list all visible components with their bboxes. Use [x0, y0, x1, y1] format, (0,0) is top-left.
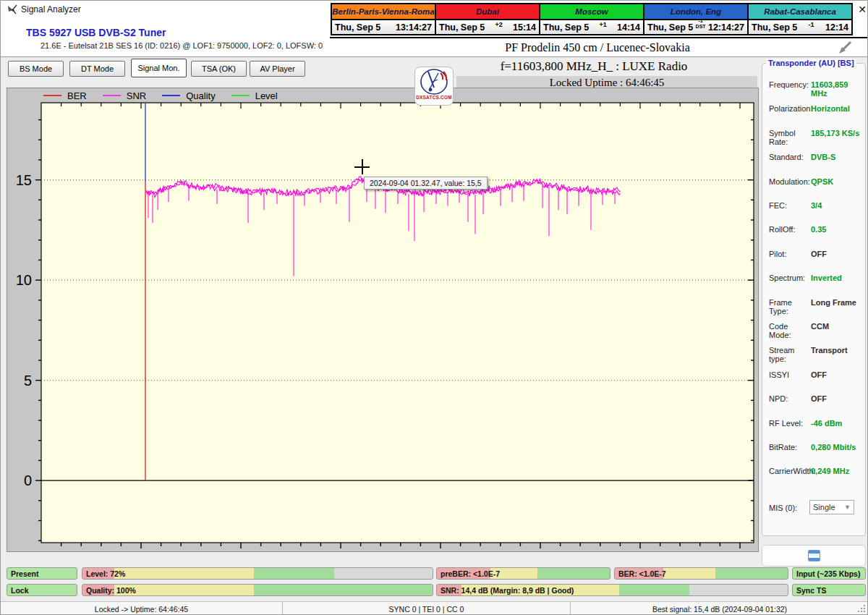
tab-tsa-ok[interactable]: TSA (OK) [191, 61, 247, 77]
tp-field-value: 0,249 MHz [811, 467, 849, 475]
clock-offset: -1 [797, 21, 825, 28]
mis-value: Single [813, 503, 835, 512]
tp-field-label: Standard: [769, 153, 811, 161]
tp-row: FEC:3/4 [769, 201, 863, 210]
tab-dt-mode[interactable]: DT Mode [69, 61, 125, 77]
chevron-down-icon: ▼ [844, 504, 851, 511]
tp-row: Standard:DVB-S [769, 153, 863, 161]
tp-field-value: OFF [811, 394, 827, 403]
tp-field-label: BitRate: [769, 443, 811, 451]
value-tooltip: 2024-09-04 01.32.47, value: 15,5 [364, 177, 488, 190]
gauge-level: Level: 72% [82, 567, 433, 580]
tp-row: CarrierWidth:0,249 MHz [769, 467, 863, 475]
gauge-present: Present [7, 567, 77, 580]
tp-field-value: 3/4 [811, 201, 822, 210]
tp-row: Polarization:Horizontal [769, 104, 863, 113]
signal-analyzer-window: Signal Analyzer TBS 5927 USB DVB-S2 Tune… [0, 0, 868, 615]
tp-field-label: Pilot: [769, 250, 811, 258]
tp-row: NPD:OFF [769, 394, 863, 403]
tp-field-label: CarrierWidth: [769, 467, 811, 475]
clock-time-row: Thu, Sep 5+215:14 [436, 20, 539, 34]
clock-time: 12:14 [825, 22, 848, 33]
dxsatcs-logo: DXSATCS.COM [414, 67, 454, 106]
tp-field-label: Frequency: [769, 80, 811, 98]
tp-row: Symbol Rate:185,173 KS/s [769, 129, 863, 146]
signal-chart-area: BERSNRQualityLevel 051015 [7, 88, 759, 552]
clock-offset: +1 [589, 21, 617, 28]
clock-time-row: Thu, Sep 513:14:27 [332, 20, 435, 34]
tp-field-label: ISSYI [769, 370, 811, 379]
status-sync: SYNC 0 | TEI 0 | CC 0 [283, 602, 571, 615]
tp-field-value: QPSK [811, 177, 833, 186]
tp-field-value: 185,173 KS/s [811, 129, 859, 146]
tp-field-value: 0,280 Mbit/s [811, 443, 856, 451]
gauge-input-235-kbps: Input (~235 Kbps) [792, 567, 866, 580]
tp-field-label: Polarization: [769, 104, 811, 113]
tp-field-label: NPD: [769, 394, 811, 403]
tp-field-value: Inverted [811, 273, 842, 282]
clock-city-3: MoscowThu, Sep 5+114:14 [540, 4, 644, 34]
tp-field-value: 11603,859 MHz [811, 80, 863, 98]
svg-text:15: 15 [16, 172, 32, 188]
snr-plot: 051015 [7, 88, 760, 553]
tp-field-label: Symbol Rate: [769, 129, 811, 146]
clock-close-icon[interactable]: ✕ [856, 4, 868, 15]
tp-field-label: Stream type: [769, 346, 811, 363]
tp-row: Code Mode:CCM [769, 322, 863, 339]
mis-dropdown[interactable]: Single ▼ [809, 500, 854, 514]
crosshair-cursor [362, 159, 363, 174]
clock-city-1: Berlin-Paris-Vienna-RomaThu, Sep 513:14:… [332, 4, 436, 34]
clock-city-2: DubaiThu, Sep 5+215:14 [436, 4, 540, 34]
dst-label: DST [696, 24, 706, 30]
disk-icon[interactable] [808, 550, 820, 561]
clock-city-name: Rabat-Casablanca [749, 4, 851, 20]
tp-row: ISSYIOFF [769, 370, 863, 379]
tp-field-value: DVB-S [811, 153, 835, 161]
clock-date: Thu, Sep 5 [439, 22, 485, 33]
tuner-details: 21.6E - Eutelsat 21B SES 16 (ID: 0216) @… [41, 41, 323, 50]
resize-grip[interactable] [857, 604, 866, 613]
tp-row: BitRate:0,280 Mbit/s [769, 443, 863, 451]
clock-date: Thu, Sep 5 [647, 22, 693, 33]
gauge-quality: Quality: 100% [82, 584, 433, 596]
clock-city-5: Rabat-CasablancaThu, Sep 5-112:14 [749, 4, 851, 34]
clock-date: Thu, Sep 5 [752, 22, 797, 33]
tp-field-label: RF Level: [769, 419, 811, 428]
tp-field-value: OFF [811, 250, 827, 258]
clock-time: 13:14:27 [396, 22, 432, 33]
tp-field-value: Long Frame [811, 298, 856, 315]
svg-text:10: 10 [16, 272, 32, 288]
tp-field-value: Horizontal [811, 104, 850, 113]
window-title: Signal Analyzer [21, 4, 81, 14]
tp-field-value: CCM [811, 322, 829, 339]
transponder-panel-title: Transponder (AU) [BS] [766, 59, 856, 67]
tp-field-label: Modulation: [769, 177, 811, 186]
logo-text: DXSATCS.COM [416, 95, 452, 100]
clock-date: Thu, Sep 5 [335, 22, 380, 33]
satellite-dish-icon [418, 67, 450, 96]
tp-field-label: Frame Type: [769, 298, 811, 315]
clock-time: 15:14 [513, 22, 536, 33]
tp-row: RollOff:0.35 [769, 225, 863, 234]
clock-city-4: London, EngThu, Sep 5-1DST12:14:27 [644, 4, 749, 34]
dst-offset: -1 [698, 18, 702, 24]
status-bar: Locked -> Uptime: 64:46:45 SYNC 0 | TEI … [1, 601, 868, 615]
tp-row: Pilot:OFF [769, 250, 863, 258]
tp-field-value: OFF [811, 370, 827, 379]
clock-time-row: Thu, Sep 5-1DST12:14:27 [644, 20, 747, 34]
tp-row: Stream type:Transport [769, 346, 863, 363]
clock-offset: +2 [485, 21, 513, 28]
tp-field-label: Spectrum: [769, 273, 811, 282]
clock-city-name: Berlin-Paris-Vienna-Roma [332, 4, 435, 20]
tab-bs-mode[interactable]: BS Mode [8, 61, 64, 77]
tab-av-player[interactable]: AV Player [250, 61, 305, 77]
app-icon [7, 4, 18, 15]
clock-time-row: Thu, Sep 5+114:14 [540, 20, 643, 34]
tp-field-value: Transport [811, 346, 848, 363]
tp-row: Modulation:QPSK [769, 177, 863, 186]
svg-text:5: 5 [24, 373, 32, 389]
gauge-snr: SNR: 14,4 dB (Margin: 8,9 dB | Good) [436, 584, 788, 596]
tab-signal-mon[interactable]: Signal Mon. [131, 59, 187, 77]
clock-bottom-border [330, 37, 868, 38]
tuner-name: TBS 5927 USB DVB-S2 Tuner [26, 27, 166, 38]
